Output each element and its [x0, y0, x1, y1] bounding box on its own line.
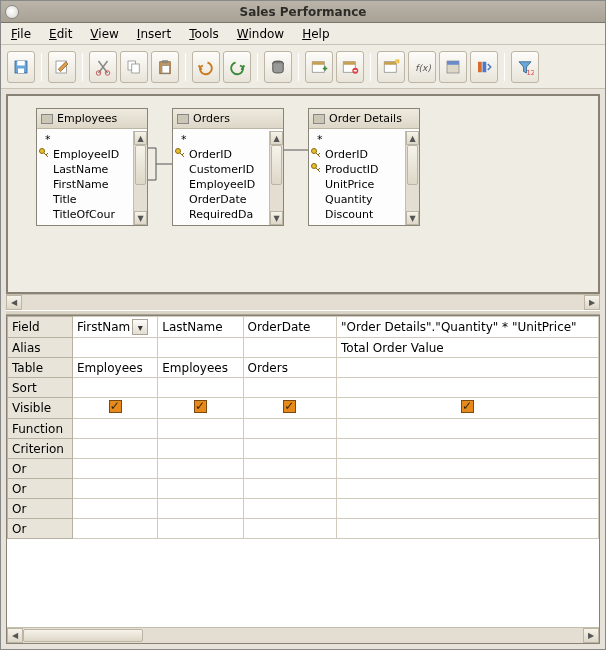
scroll-right-icon[interactable]: ▶: [584, 295, 600, 310]
field-item[interactable]: OrderID: [173, 146, 283, 161]
criterion-cell[interactable]: [337, 439, 599, 459]
or-cell[interactable]: [337, 479, 599, 499]
field-item[interactable]: TitleOfCour: [37, 206, 147, 221]
field-item[interactable]: FirstName: [37, 176, 147, 191]
table-cell[interactable]: Orders: [243, 358, 336, 378]
field-item[interactable]: ProductID: [309, 161, 419, 176]
run-query-button[interactable]: [264, 51, 292, 83]
scroll-down-icon[interactable]: ▼: [134, 211, 147, 225]
menu-file[interactable]: File: [7, 25, 35, 43]
alias-cell[interactable]: Total Order Value: [337, 338, 599, 358]
paste-button[interactable]: [151, 51, 179, 83]
alias-cell[interactable]: [158, 338, 243, 358]
table-cell[interactable]: Employees: [72, 358, 157, 378]
scroll-right-icon[interactable]: ▶: [583, 628, 599, 643]
grid-hscrollbar[interactable]: ◀ ▶: [7, 627, 599, 643]
sort-cell[interactable]: [158, 378, 243, 398]
menu-tools[interactable]: Tools: [185, 25, 223, 43]
field-cell[interactable]: OrderDate: [243, 317, 336, 338]
function-cell[interactable]: [243, 419, 336, 439]
field-cell[interactable]: LastName: [158, 317, 243, 338]
field-item[interactable]: EmployeeID: [173, 176, 283, 191]
field-item[interactable]: Discount: [309, 206, 419, 221]
scroll-up-icon[interactable]: ▲: [406, 131, 419, 145]
or-cell[interactable]: [337, 499, 599, 519]
table-order-details[interactable]: Order Details * OrderID ProductID UnitPr…: [308, 108, 420, 226]
field-item[interactable]: Title: [37, 191, 147, 206]
or-cell[interactable]: [337, 459, 599, 479]
edit-button[interactable]: [48, 51, 76, 83]
scroll-left-icon[interactable]: ◀: [7, 628, 23, 643]
field-item[interactable]: OrderID: [309, 146, 419, 161]
field-cell[interactable]: "Order Details"."Quantity" * "UnitPrice": [337, 317, 599, 338]
visible-cell[interactable]: [243, 398, 336, 419]
table-employees[interactable]: Employees * EmployeeID LastName FirstNam…: [36, 108, 148, 226]
functions-button[interactable]: f(x): [408, 51, 436, 83]
menu-help[interactable]: Help: [298, 25, 333, 43]
save-button[interactable]: [7, 51, 35, 83]
scroll-up-icon[interactable]: ▲: [270, 131, 283, 145]
visible-cell[interactable]: [158, 398, 243, 419]
design-hscrollbar[interactable]: ◀ ▶: [6, 294, 600, 310]
scroll-up-icon[interactable]: ▲: [134, 131, 147, 145]
table-header[interactable]: Employees: [37, 109, 147, 129]
scroll-thumb[interactable]: [23, 629, 143, 642]
field-item[interactable]: UnitPrice: [309, 176, 419, 191]
field-item[interactable]: RequiredDa: [173, 206, 283, 221]
table-scrollbar[interactable]: ▲ ▼: [269, 131, 283, 225]
undo-button[interactable]: [192, 51, 220, 83]
table-header[interactable]: Order Details: [309, 109, 419, 129]
sort-cell[interactable]: [72, 378, 157, 398]
field-item[interactable]: OrderDate: [173, 191, 283, 206]
table-orders[interactable]: Orders * OrderID CustomerID EmployeeID O…: [172, 108, 284, 226]
menu-insert[interactable]: Insert: [133, 25, 175, 43]
visible-cell[interactable]: [72, 398, 157, 419]
design-canvas[interactable]: Employees * EmployeeID LastName FirstNam…: [6, 94, 600, 294]
remove-table-button[interactable]: [336, 51, 364, 83]
field-cell[interactable]: FirstNam: [72, 317, 157, 338]
or-cell[interactable]: [337, 519, 599, 539]
checkbox-checked-icon[interactable]: [283, 400, 296, 413]
function-cell[interactable]: [72, 419, 157, 439]
menu-window[interactable]: Window: [233, 25, 288, 43]
or-cell[interactable]: [243, 479, 336, 499]
field-item[interactable]: Quantity: [309, 191, 419, 206]
field-item[interactable]: *: [173, 131, 283, 146]
cut-button[interactable]: [89, 51, 117, 83]
or-cell[interactable]: [158, 479, 243, 499]
or-cell[interactable]: [243, 499, 336, 519]
function-cell[interactable]: [337, 419, 599, 439]
table-cell[interactable]: [337, 358, 599, 378]
field-item[interactable]: CustomerID: [173, 161, 283, 176]
copy-button[interactable]: [120, 51, 148, 83]
or-cell[interactable]: [72, 459, 157, 479]
distinct-values-button[interactable]: [470, 51, 498, 83]
criterion-cell[interactable]: [158, 439, 243, 459]
menu-edit[interactable]: Edit: [45, 25, 76, 43]
or-cell[interactable]: [72, 499, 157, 519]
or-cell[interactable]: [158, 519, 243, 539]
new-query-button[interactable]: [377, 51, 405, 83]
checkbox-checked-icon[interactable]: [109, 400, 122, 413]
table-scrollbar[interactable]: ▲ ▼: [133, 131, 147, 225]
scroll-down-icon[interactable]: ▼: [406, 211, 419, 225]
or-cell[interactable]: [243, 459, 336, 479]
visible-cell[interactable]: [337, 398, 599, 419]
criterion-cell[interactable]: [243, 439, 336, 459]
sort-cell[interactable]: [337, 378, 599, 398]
add-table-button[interactable]: [305, 51, 333, 83]
field-item[interactable]: *: [309, 131, 419, 146]
checkbox-checked-icon[interactable]: [461, 400, 474, 413]
checkbox-checked-icon[interactable]: [194, 400, 207, 413]
properties-button[interactable]: [439, 51, 467, 83]
scroll-down-icon[interactable]: ▼: [270, 211, 283, 225]
field-item[interactable]: LastName: [37, 161, 147, 176]
field-item[interactable]: EmployeeID: [37, 146, 147, 161]
or-cell[interactable]: [158, 499, 243, 519]
menu-view[interactable]: View: [86, 25, 122, 43]
dropdown-icon[interactable]: [132, 319, 148, 335]
sort-cell[interactable]: [243, 378, 336, 398]
alias-cell[interactable]: [243, 338, 336, 358]
field-item[interactable]: *: [37, 131, 147, 146]
or-cell[interactable]: [72, 479, 157, 499]
